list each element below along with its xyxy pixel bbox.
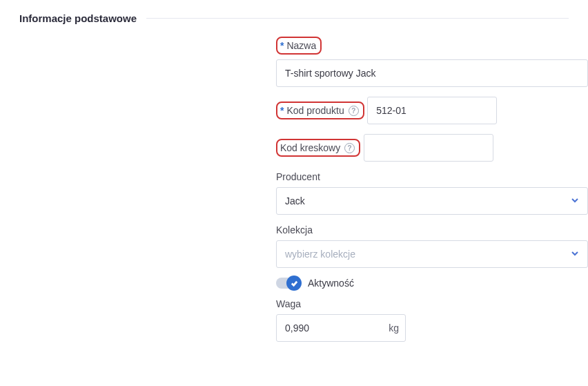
product-code-label-text: Kod produktu xyxy=(286,105,344,116)
name-label-text: Nazwa xyxy=(286,40,316,51)
product-code-label: * Kod produktu ? xyxy=(276,102,364,119)
field-weight: Waga kg xyxy=(276,298,569,342)
section-header: Informacje podstawowe xyxy=(19,12,569,24)
barcode-label: Kod kreskowy ? xyxy=(276,139,360,157)
name-input[interactable] xyxy=(276,59,588,87)
section-divider xyxy=(146,18,569,19)
collection-placeholder: wybierz kolekcje xyxy=(285,249,355,260)
activity-toggle[interactable] xyxy=(276,278,300,289)
required-star-icon: * xyxy=(280,40,284,51)
barcode-input[interactable] xyxy=(364,134,493,162)
check-icon xyxy=(291,280,298,287)
toggle-knob xyxy=(286,276,302,291)
chevron-down-icon xyxy=(571,195,579,206)
field-producer: Producent Jack xyxy=(276,171,569,215)
section-title: Informacje podstawowe xyxy=(19,12,137,24)
field-name: * Nazwa xyxy=(276,37,569,87)
producer-select[interactable]: Jack xyxy=(276,187,588,215)
activity-label: Aktywność xyxy=(308,278,354,289)
help-icon[interactable]: ? xyxy=(344,143,355,153)
collection-label: Kolekcja xyxy=(276,224,569,235)
name-label: * Nazwa xyxy=(276,37,322,55)
product-code-input[interactable] xyxy=(367,97,497,124)
field-product-code: * Kod produktu ? xyxy=(276,97,569,124)
producer-label: Producent xyxy=(276,171,569,182)
field-activity: Aktywność xyxy=(276,278,569,289)
collection-select[interactable]: wybierz kolekcje xyxy=(276,240,588,268)
form-area: * Nazwa * Kod produktu ? Kod kreskowy ? … xyxy=(276,37,569,342)
field-barcode: Kod kreskowy ? xyxy=(276,134,569,162)
required-star-icon: * xyxy=(280,105,284,116)
barcode-label-text: Kod kreskowy xyxy=(280,142,340,153)
producer-selected-value: Jack xyxy=(285,195,305,206)
chevron-down-icon xyxy=(571,249,579,260)
help-icon[interactable]: ? xyxy=(349,106,359,116)
field-collection: Kolekcja wybierz kolekcje xyxy=(276,224,569,268)
weight-label: Waga xyxy=(276,298,569,309)
weight-input[interactable] xyxy=(276,314,406,342)
